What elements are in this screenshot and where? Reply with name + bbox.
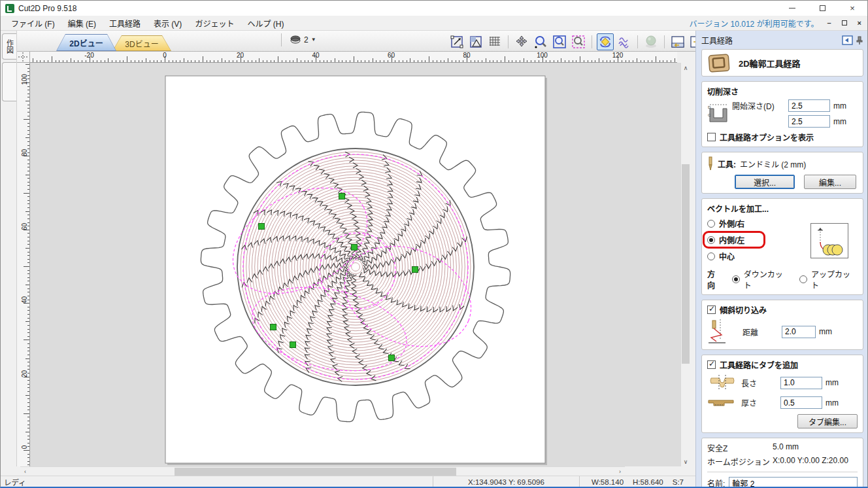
mdi-close-button[interactable]: ×: [856, 19, 863, 27]
ruler-tick: [403, 60, 403, 63]
ruler-tick: [369, 60, 369, 63]
radio-downcut[interactable]: ダウンカット: [732, 268, 790, 290]
mdi-restore-icon: [842, 20, 847, 26]
ruler-tick: [27, 446, 30, 447]
ruler-tick: [25, 175, 29, 175]
tab-marker[interactable]: [290, 342, 296, 348]
scroll-right-icon[interactable]: ›: [615, 467, 625, 476]
radio-outside-right-control[interactable]: [707, 220, 715, 228]
ruler-tick: [146, 58, 146, 62]
horizontal-scroll-thumb[interactable]: [175, 468, 456, 476]
zoom-selection-icon[interactable]: [570, 33, 587, 50]
show-toolpath-options-label: 工具経路オプションを表示: [720, 131, 814, 143]
cut-depth-input[interactable]: [788, 115, 830, 128]
close-button[interactable]: ×: [837, 1, 867, 16]
zoom-window-icon[interactable]: [551, 33, 568, 50]
maximize-button[interactable]: [807, 1, 837, 16]
ramp-distance-input[interactable]: [782, 326, 816, 338]
radio-inside-left[interactable]: 内側/左: [707, 234, 744, 245]
update-version-link[interactable]: バージョン 10.012 が利用可能です。: [690, 18, 819, 29]
layout-horizontal-icon[interactable]: [669, 33, 686, 50]
solid-preview-icon: [643, 33, 659, 50]
auto-hide-panel-icon[interactable]: [842, 35, 853, 45]
menu-edit[interactable]: 編集 (E): [61, 16, 103, 31]
preview-toolpaths-icon[interactable]: [616, 33, 633, 50]
radio-outside-right-label: 外側/右: [719, 218, 744, 229]
ruler-tick: [256, 60, 256, 63]
ruler-tick: [27, 171, 30, 171]
home-position-label: ホームポジション: [707, 456, 773, 467]
radio-upcut[interactable]: アップカット: [799, 268, 858, 290]
radio-downcut-control[interactable]: [732, 275, 740, 283]
tab-marker[interactable]: [271, 324, 276, 330]
tab-marker[interactable]: [412, 267, 418, 273]
tool-select-button[interactable]: 選択...: [735, 175, 795, 189]
vertical-scroll-thumb[interactable]: [682, 164, 690, 364]
tab-thickness-input[interactable]: [780, 396, 822, 409]
grid-toggle-icon[interactable]: [486, 33, 503, 50]
menu-help[interactable]: ヘルプ (H): [241, 16, 290, 31]
ruler-tick: [573, 60, 573, 63]
ruler-label: 80: [463, 52, 470, 59]
start-depth-unit: mm: [833, 101, 846, 111]
design-canvas[interactable]: [30, 63, 680, 466]
toggle-2d-toolpaths-icon[interactable]: [597, 33, 614, 50]
menu-file[interactable]: ファイル (F): [5, 16, 61, 31]
tab-2d-view[interactable]: 2Dビュー: [56, 34, 116, 51]
start-depth-input[interactable]: [788, 99, 830, 112]
radio-inside-left-label: 内側/左: [719, 234, 744, 245]
radio-outside-right[interactable]: 外側/右: [707, 218, 792, 229]
radio-center[interactable]: 中心: [707, 251, 792, 262]
pan-icon[interactable]: [513, 33, 530, 50]
menu-gadgets[interactable]: ガジェット: [188, 16, 241, 31]
tab-marker[interactable]: [339, 194, 345, 200]
tab-length-icon: [707, 374, 737, 391]
ruler-tick: [120, 60, 120, 63]
pin-panel-icon[interactable]: [856, 35, 863, 45]
ramp-checkbox[interactable]: [707, 305, 716, 314]
ruler-tick: [199, 60, 199, 63]
tool-edit-button[interactable]: 編集...: [804, 175, 856, 189]
menu-view[interactable]: 表示 (V): [147, 16, 188, 31]
layers-icon[interactable]: [290, 35, 301, 45]
zoom-in-icon[interactable]: [532, 33, 549, 50]
mdi-minimize-button[interactable]: –: [825, 19, 833, 27]
ruler-tick: [554, 60, 554, 63]
radio-center-control[interactable]: [707, 253, 715, 260]
ruler-tick: [448, 58, 448, 62]
edit-tabs-button[interactable]: タブ編集...: [797, 414, 858, 428]
mdi-restore-button[interactable]: [840, 19, 849, 27]
zoom-extents-icon[interactable]: [448, 33, 465, 50]
minimize-button[interactable]: [777, 1, 807, 16]
scroll-up-icon[interactable]: ∧: [681, 63, 690, 73]
layer-dropdown-caret-icon[interactable]: ▼: [311, 37, 316, 43]
tab-3d-view[interactable]: 3Dビュー: [112, 35, 171, 51]
add-tabs-checkbox[interactable]: [707, 360, 716, 369]
show-toolpath-options-checkbox[interactable]: [707, 133, 716, 141]
horizontal-scrollbar[interactable]: ‹ ›: [20, 466, 625, 476]
radio-inside-left-control[interactable]: [707, 236, 715, 244]
ruler-tick: [282, 60, 282, 63]
tab-drawing[interactable]: 作図: [2, 33, 16, 60]
tab-marker[interactable]: [352, 245, 358, 251]
menu-toolpath[interactable]: 工具経路: [103, 16, 147, 31]
toolpath-name-input[interactable]: [729, 477, 858, 488]
ruler-tick: [116, 60, 116, 63]
tab-length-input[interactable]: [780, 377, 822, 389]
ruler-tick: [180, 60, 180, 63]
ruler-tick: [97, 60, 97, 63]
tab-side-blank[interactable]: [2, 62, 16, 101]
ruler-tick: [27, 233, 30, 234]
tab-marker[interactable]: [389, 355, 395, 361]
ruler-tick: [531, 60, 531, 63]
scroll-left-icon[interactable]: ‹: [20, 467, 30, 476]
vertical-scrollbar[interactable]: ∧ ∨: [680, 63, 690, 466]
zoom-material-icon[interactable]: [467, 33, 484, 50]
layer-count[interactable]: 2: [304, 35, 309, 44]
tab-marker[interactable]: [259, 224, 265, 230]
tab-2d-label: 2Dビュー: [57, 35, 116, 50]
ruler-tick: [25, 211, 29, 212]
ruler-tick: [599, 58, 599, 62]
radio-upcut-control[interactable]: [799, 275, 807, 283]
scroll-down-icon[interactable]: ∨: [681, 457, 690, 466]
